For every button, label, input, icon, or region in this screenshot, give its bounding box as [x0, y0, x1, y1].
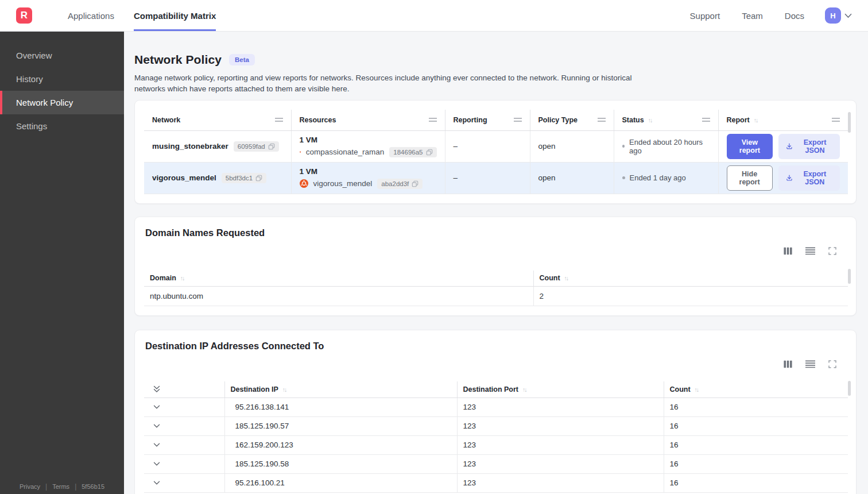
- chevron-down-icon[interactable]: [153, 481, 160, 485]
- sidebar-item-settings[interactable]: Settings: [0, 114, 124, 138]
- destination-row[interactable]: 95.216.100.2112316: [144, 473, 848, 492]
- nav-tab-compatibility-matrix[interactable]: Compatibility Matrix: [134, 0, 216, 31]
- column-resize-handle[interactable]: [702, 118, 710, 122]
- fullscreen-tool-button[interactable]: [828, 247, 836, 255]
- columns-icon[interactable]: [784, 360, 792, 368]
- column-header-status[interactable]: Status↑↓: [614, 110, 718, 130]
- row-expander[interactable]: [150, 443, 160, 447]
- table-scrollbar-thumb[interactable]: [848, 381, 851, 396]
- expand-all-header[interactable]: [144, 381, 224, 397]
- resource-id-badge[interactable]: 184696a5: [389, 147, 436, 157]
- copy-icon[interactable]: [412, 180, 418, 187]
- column-resize-handle[interactable]: [514, 118, 522, 122]
- column-resize-handle[interactable]: [598, 118, 606, 122]
- column-header-resources[interactable]: Resources: [291, 110, 445, 130]
- chevron-down-icon[interactable]: [153, 424, 160, 429]
- sidebar-item-overview[interactable]: Overview: [0, 44, 124, 67]
- destination-row[interactable]: 185.125.190.5712316: [144, 416, 848, 435]
- sort-icon[interactable]: ↑↓: [754, 117, 758, 124]
- column-header-network[interactable]: Network: [144, 110, 291, 130]
- column-resize-handle[interactable]: [275, 118, 283, 122]
- rows-icon[interactable]: [805, 360, 815, 368]
- nav-tab-applications[interactable]: Applications: [68, 0, 114, 31]
- export-json-button[interactable]: Export JSON: [778, 165, 840, 191]
- column-header-count[interactable]: Count↑↓: [664, 381, 848, 397]
- nav-link-docs[interactable]: Docs: [785, 11, 804, 21]
- rows-icon[interactable]: [805, 247, 815, 255]
- resource-name: compassionate_raman: [306, 148, 385, 156]
- columns-tool-button[interactable]: [784, 247, 792, 255]
- user-menu[interactable]: H: [825, 7, 852, 24]
- sort-icon[interactable]: ↑↓: [180, 275, 184, 281]
- expand-cell: [144, 435, 224, 454]
- destination-row[interactable]: 185.125.190.5812316: [144, 454, 848, 473]
- sidebar-item-history[interactable]: History: [0, 67, 124, 91]
- destination-row[interactable]: 95.216.138.14112316: [144, 397, 848, 416]
- sidebar: OverviewHistoryNetwork PolicySettings Pr…: [0, 32, 124, 494]
- view-report-button[interactable]: View report: [727, 134, 773, 159]
- rows-tool-button[interactable]: [805, 360, 815, 368]
- chevron-down-icon[interactable]: [153, 462, 160, 466]
- sort-icon[interactable]: ↑↓: [695, 386, 699, 393]
- table-scrollbar-thumb[interactable]: [848, 112, 851, 133]
- privacy-link[interactable]: Privacy: [20, 483, 40, 490]
- avatar[interactable]: H: [825, 7, 841, 24]
- network-row[interactable]: vigorous_mendel5bdf3dc11 VMvigorous_mend…: [144, 162, 848, 194]
- column-header-destination-ip[interactable]: Destination IP↑↓: [224, 381, 457, 397]
- fullscreen-icon[interactable]: [828, 247, 836, 255]
- columns-icon[interactable]: [784, 247, 792, 255]
- expand-cell: [144, 416, 224, 435]
- double-chevron-down-icon[interactable]: [153, 385, 160, 393]
- copy-icon[interactable]: [426, 149, 433, 156]
- network-row[interactable]: musing_stonebraker60959fad1 VMcompassion…: [144, 130, 848, 162]
- app-logo[interactable]: R: [16, 7, 32, 24]
- copy-icon[interactable]: [268, 143, 275, 150]
- network-cell: vigorous_mendel5bdf3dc1: [144, 162, 291, 194]
- resource-id-badge[interactable]: aba2dd3f: [377, 179, 423, 189]
- count-cell: 2: [533, 287, 848, 306]
- expand-cell: [144, 397, 224, 416]
- chevron-down-icon[interactable]: [153, 405, 160, 410]
- fullscreen-icon[interactable]: [828, 360, 836, 368]
- chevron-down-icon[interactable]: [153, 443, 160, 447]
- column-header-count[interactable]: Count↑↓: [533, 271, 848, 287]
- row-expander[interactable]: [150, 424, 160, 429]
- network-id-badge[interactable]: 5bdf3dc1: [222, 173, 266, 183]
- table-scrollbar-thumb[interactable]: [848, 269, 851, 284]
- destination-row[interactable]: 162.159.200.12312316: [144, 435, 848, 454]
- rows-tool-button[interactable]: [805, 247, 815, 255]
- column-header-destination-port[interactable]: Destination Port↑↓: [457, 381, 664, 397]
- column-label: Policy Type: [538, 116, 578, 124]
- sort-icon[interactable]: ↑↓: [282, 386, 286, 393]
- column-header-domain[interactable]: Domain↑↓: [144, 271, 533, 287]
- sort-icon[interactable]: ↑↓: [564, 275, 568, 281]
- domain-cell: ntp.ubuntu.com: [144, 287, 533, 306]
- count-cell: 16: [664, 435, 848, 454]
- export-json-button[interactable]: Export JSON: [778, 134, 840, 159]
- column-resize-handle[interactable]: [832, 118, 840, 122]
- nav-link-team[interactable]: Team: [742, 11, 763, 21]
- column-resize-handle[interactable]: [429, 118, 437, 122]
- sidebar-item-network-policy[interactable]: Network Policy: [0, 91, 124, 114]
- row-expander[interactable]: [150, 405, 160, 410]
- chevron-down-icon[interactable]: [844, 13, 852, 18]
- row-expander[interactable]: [150, 462, 160, 466]
- fullscreen-tool-button[interactable]: [828, 360, 836, 368]
- column-header-report[interactable]: Report↑↓: [718, 110, 848, 130]
- column-label: Status: [622, 116, 644, 124]
- hide-report-button[interactable]: Hide report: [727, 165, 773, 191]
- row-expander[interactable]: [150, 481, 160, 485]
- sort-icon[interactable]: ↑↓: [522, 386, 526, 393]
- domain-row[interactable]: ntp.ubuntu.com2: [144, 287, 848, 306]
- terms-link[interactable]: Terms: [52, 483, 69, 490]
- sort-icon[interactable]: ↑↓: [648, 117, 652, 124]
- networks-table-header: NetworkResourcesReportingPolicy TypeStat…: [144, 110, 848, 130]
- network-id-badge[interactable]: 60959fad: [234, 141, 279, 152]
- vm-count: 1 VM: [300, 167, 437, 176]
- copy-icon[interactable]: [255, 175, 262, 182]
- column-header-reporting[interactable]: Reporting: [445, 110, 530, 130]
- destination-ip-cell: 162.159.200.123: [224, 435, 457, 454]
- column-header-policy-type[interactable]: Policy Type: [530, 110, 614, 130]
- columns-tool-button[interactable]: [784, 360, 792, 368]
- nav-link-support[interactable]: Support: [690, 11, 720, 21]
